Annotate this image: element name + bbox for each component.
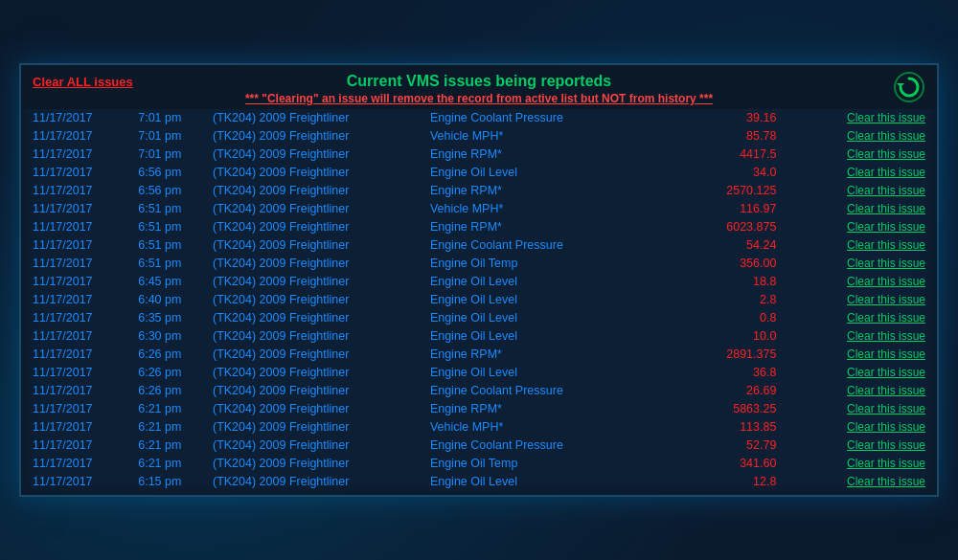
cell-date: 11/17/2017 [29,309,134,327]
table-row: 11/17/20176:51 pm(TK204) 2009 Freightlin… [29,236,929,255]
cell-vehicle: (TK204) 2009 Freightliner [209,327,426,346]
cell-action: Clear this issue [780,400,929,418]
table-row: 11/17/20176:56 pm(TK204) 2009 Freightlin… [29,164,929,182]
table-row: 11/17/20176:21 pm(TK204) 2009 Freightlin… [29,437,929,455]
subtitle-prefix: *** "Clearing" an issue will remove the … [245,92,602,105]
cell-date: 11/17/2017 [29,473,134,491]
table-row: 11/17/20176:40 pm(TK204) 2009 Freightlin… [29,291,929,309]
table-row: 11/17/20177:01 pm(TK204) 2009 Freightlin… [29,127,929,146]
cell-date: 11/17/2017 [29,127,134,146]
cell-date: 11/17/2017 [29,182,134,200]
clear-issue-link[interactable]: Clear this issue [847,147,925,161]
cell-action: Clear this issue [780,346,929,364]
cell-time: 6:51 pm [134,255,209,273]
clear-issue-link[interactable]: Clear this issue [847,184,925,197]
panel-header: Clear ALL issues Current VMS issues bein… [21,65,937,109]
cell-date: 11/17/2017 [29,327,134,346]
clear-issue-link[interactable]: Clear this issue [847,329,925,343]
clear-issue-link[interactable]: Clear this issue [847,166,925,179]
clear-issue-link[interactable]: Clear this issue [847,220,925,234]
cell-time: 6:26 pm [134,382,209,400]
table-row: 11/17/20176:56 pm(TK204) 2009 Freightlin… [29,182,929,200]
cell-value: 356.00 [669,255,781,273]
cell-action: Clear this issue [780,473,929,491]
cell-action: Clear this issue [780,273,929,291]
cell-value: 2891.375 [669,346,781,364]
cell-date: 11/17/2017 [29,291,134,309]
cell-vehicle: (TK204) 2009 Freightliner [209,473,426,491]
cell-value: 54.24 [669,236,781,255]
cell-vehicle: (TK204) 2009 Freightliner [209,146,426,164]
cell-vehicle: (TK204) 2009 Freightliner [209,273,426,291]
clear-all-link[interactable]: Clear ALL issues [33,75,133,89]
clear-issue-link[interactable]: Clear this issue [847,475,925,488]
cell-action: Clear this issue [780,327,929,346]
refresh-icon[interactable] [893,71,925,103]
clear-issue-link[interactable]: Clear this issue [847,438,925,452]
cell-action: Clear this issue [780,146,929,164]
cell-value: 10.0 [669,327,781,346]
cell-date: 11/17/2017 [29,273,134,291]
clear-issue-link[interactable]: Clear this issue [847,402,925,415]
cell-date: 11/17/2017 [29,146,134,164]
clear-issue-link[interactable]: Clear this issue [847,238,925,252]
cell-value: 0.8 [669,309,781,327]
clear-issue-link[interactable]: Clear this issue [847,457,925,470]
cell-issue: Engine Oil Level [426,273,669,291]
cell-value: 2.8 [669,291,781,309]
cell-time: 6:26 pm [134,346,209,364]
cell-vehicle: (TK204) 2009 Freightliner [209,309,426,327]
cell-issue: Vehicle MPH* [426,418,669,437]
cell-value: 36.8 [669,364,781,382]
cell-issue: Vehicle MPH* [426,127,669,146]
clear-issue-link[interactable]: Clear this issue [847,202,925,215]
table-row: 11/17/20176:51 pm(TK204) 2009 Freightlin… [29,255,929,273]
cell-value: 113.85 [669,418,781,437]
table-row: 11/17/20176:51 pm(TK204) 2009 Freightlin… [29,200,929,218]
clear-issue-link[interactable]: Clear this issue [847,257,925,270]
cell-issue: Engine Oil Level [426,291,669,309]
cell-issue: Engine RPM* [426,182,669,200]
cell-issue: Engine RPM* [426,400,669,418]
cell-issue: Vehicle MPH* [426,200,669,218]
cell-action: Clear this issue [780,455,929,473]
clear-issue-link[interactable]: Clear this issue [847,347,925,361]
cell-vehicle: (TK204) 2009 Freightliner [209,200,426,218]
cell-vehicle: (TK204) 2009 Freightliner [209,455,426,473]
table-row: 11/17/20176:45 pm(TK204) 2009 Freightlin… [29,273,929,291]
cell-time: 6:15 pm [134,473,209,491]
clear-issue-link[interactable]: Clear this issue [847,311,925,325]
table-row: 11/17/20176:26 pm(TK204) 2009 Freightlin… [29,346,929,364]
clear-issue-link[interactable]: Clear this issue [847,420,925,434]
table-row: 11/17/20176:26 pm(TK204) 2009 Freightlin… [29,364,929,382]
cell-action: Clear this issue [780,437,929,455]
cell-issue: Engine Oil Temp [426,455,669,473]
table-row: 11/17/20176:35 pm(TK204) 2009 Freightlin… [29,309,929,327]
clear-issue-link[interactable]: Clear this issue [847,366,925,379]
cell-value: 18.8 [669,273,781,291]
cell-action: Clear this issue [780,382,929,400]
clear-issue-link[interactable]: Clear this issue [847,111,925,124]
cell-date: 11/17/2017 [29,418,134,437]
cell-action: Clear this issue [780,182,929,200]
cell-action: Clear this issue [780,200,929,218]
cell-issue: Engine Coolant Pressure [426,109,669,127]
clear-issue-link[interactable]: Clear this issue [847,384,925,397]
cell-date: 11/17/2017 [29,364,134,382]
cell-value: 6023.875 [669,218,781,236]
cell-action: Clear this issue [780,109,929,127]
clear-issue-link[interactable]: Clear this issue [847,293,925,306]
cell-issue: Engine Coolant Pressure [426,236,669,255]
cell-value: 39.16 [669,109,781,127]
cell-action: Clear this issue [780,255,929,273]
clear-issue-link[interactable]: Clear this issue [847,129,925,143]
issues-table: 11/17/20177:01 pm(TK204) 2009 Freightlin… [29,109,929,491]
cell-value: 12.8 [669,473,781,491]
cell-value: 116.97 [669,200,781,218]
cell-issue: Engine Oil Level [426,309,669,327]
clear-issue-link[interactable]: Clear this issue [847,275,925,288]
cell-issue: Engine RPM* [426,218,669,236]
panel-subtitle: *** "Clearing" an issue will remove the … [33,92,925,105]
cell-action: Clear this issue [780,164,929,182]
cell-time: 6:45 pm [134,273,209,291]
